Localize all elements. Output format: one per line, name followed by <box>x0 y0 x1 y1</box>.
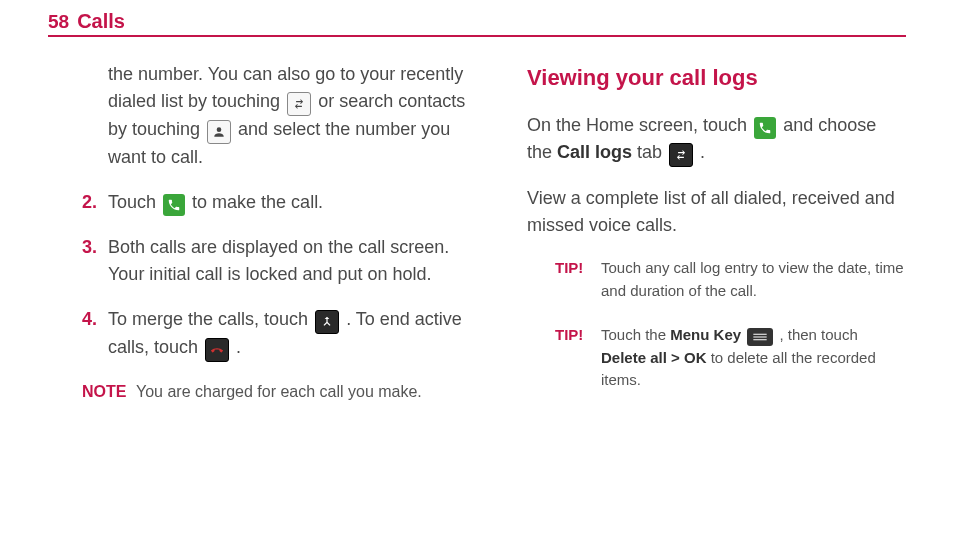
column-left: the number. You can also go to your rece… <box>48 61 487 414</box>
step-number: 2. <box>82 189 108 216</box>
step-2: 2. Touch to make the call. <box>108 189 487 216</box>
text: Touch the <box>601 326 670 343</box>
svg-rect-2 <box>754 339 767 340</box>
call-logs-tab-icon <box>669 143 693 167</box>
note-text: You are charged for each call you make. <box>136 380 487 404</box>
tip-text: Touch the Menu Key , then touch Delete a… <box>601 324 906 392</box>
phone-icon <box>754 117 776 139</box>
intro-paragraph: the number. You can also go to your rece… <box>108 61 487 171</box>
call-logs-label: Call logs <box>557 142 632 162</box>
tip-text: Touch any call log entry to view the dat… <box>601 257 906 302</box>
text: , then touch <box>779 326 857 343</box>
call-logs-intro: On the Home screen, touch and choose the… <box>527 112 906 167</box>
swap-calls-icon <box>287 92 311 116</box>
svg-rect-1 <box>754 336 767 337</box>
note-label: NOTE <box>82 380 136 404</box>
text: On the Home screen, touch <box>527 115 752 135</box>
text: . <box>236 337 241 357</box>
section-title: Viewing your call logs <box>527 61 906 94</box>
contact-icon <box>207 120 231 144</box>
step-4: 4. To merge the calls, touch . To end ac… <box>108 306 487 362</box>
text: to make the call. <box>192 192 323 212</box>
note: NOTE You are charged for each call you m… <box>82 380 487 404</box>
svg-rect-0 <box>754 334 767 335</box>
tip-2: TIP! Touch the Menu Key , then touch Del… <box>555 324 906 392</box>
page-header: 58 Calls <box>48 10 906 37</box>
column-right: Viewing your call logs On the Home scree… <box>527 61 906 414</box>
step-number: 3. <box>82 234 108 288</box>
tip-label: TIP! <box>555 257 601 302</box>
text: tab <box>637 142 667 162</box>
end-call-icon <box>205 338 229 362</box>
menu-key-icon <box>747 328 773 346</box>
step-body: To merge the calls, touch . To end activ… <box>108 306 487 362</box>
call-logs-desc: View a complete list of all dialed, rece… <box>527 185 906 239</box>
delete-all-label: Delete all > OK <box>601 349 706 366</box>
page-title: Calls <box>77 10 125 33</box>
phone-icon <box>163 194 185 216</box>
tip-label: TIP! <box>555 324 601 392</box>
merge-calls-icon <box>315 310 339 334</box>
menu-key-label: Menu Key <box>670 326 745 343</box>
step-number: 4. <box>82 306 108 362</box>
text: Touch <box>108 192 161 212</box>
step-3: 3. Both calls are displayed on the call … <box>108 234 487 288</box>
tip-1: TIP! Touch any call log entry to view th… <box>555 257 906 302</box>
page-number: 58 <box>48 11 69 33</box>
step-body: Both calls are displayed on the call scr… <box>108 234 487 288</box>
content-columns: the number. You can also go to your rece… <box>48 61 906 414</box>
step-body: Touch to make the call. <box>108 189 487 216</box>
text: To merge the calls, touch <box>108 309 313 329</box>
manual-page: 58 Calls the number. You can also go to … <box>0 0 954 434</box>
text: . <box>700 142 705 162</box>
